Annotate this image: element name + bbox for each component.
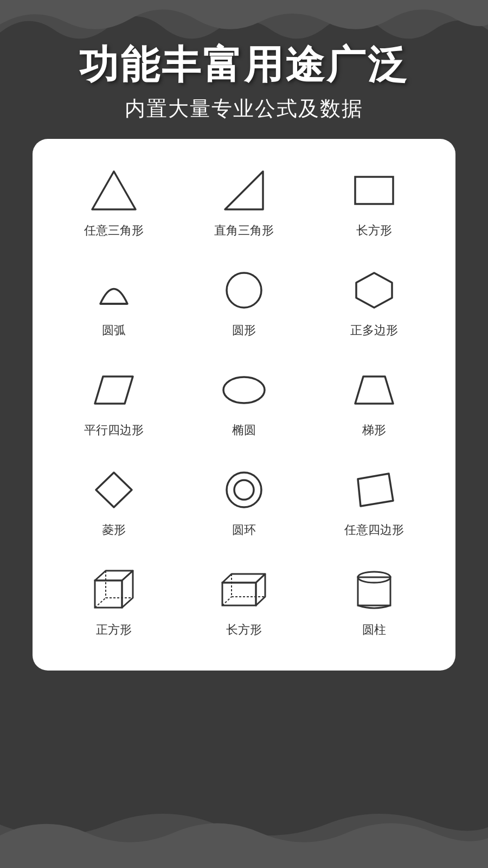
right-triangle-label: 直角三角形 (214, 222, 274, 239)
svg-marker-9 (96, 473, 132, 507)
shape-item-cuboid: 长方形 (179, 549, 309, 649)
shape-item-arc: 圆弧 (49, 250, 179, 349)
cube-icon (87, 565, 141, 614)
cube-label: 正方形 (96, 622, 132, 638)
bottom-clouds (0, 781, 488, 868)
svg-point-7 (223, 377, 265, 403)
rhombus-icon (87, 465, 141, 514)
shape-item-parallelogram: 平行四边形 (49, 349, 179, 449)
arc-icon (87, 266, 141, 315)
trapezoid-icon (347, 366, 401, 414)
circle-icon (217, 266, 271, 315)
ellipse-label: 椭圆 (232, 422, 256, 438)
shapes-card: 任意三角形 直角三角形 长方形 (33, 139, 455, 671)
title-main: 功能丰富用途广泛 (0, 43, 488, 86)
circle-label: 圆形 (232, 322, 256, 339)
svg-rect-19 (222, 583, 256, 605)
svg-marker-1 (225, 171, 263, 209)
rhombus-label: 菱形 (102, 522, 126, 538)
hexagon-label: 正多边形 (350, 322, 398, 339)
shapes-grid: 任意三角形 直角三角形 长方形 (49, 150, 439, 649)
svg-point-4 (227, 273, 261, 308)
triangle-icon (87, 166, 141, 215)
svg-marker-20 (222, 574, 265, 583)
shape-item-rhombus: 菱形 (49, 449, 179, 549)
arc-label: 圆弧 (102, 322, 126, 339)
rectangle-icon (347, 166, 401, 215)
ellipse-icon (217, 366, 271, 414)
shape-item-rectangle: 长方形 (309, 150, 439, 250)
hexagon-icon (347, 266, 401, 315)
shape-item-triangle: 任意三角形 (49, 150, 179, 250)
parallelogram-label: 平行四边形 (84, 422, 144, 438)
right-triangle-icon (217, 166, 271, 215)
svg-marker-0 (92, 171, 136, 209)
svg-marker-5 (356, 273, 392, 308)
svg-marker-12 (358, 474, 393, 506)
shape-item-right-triangle: 直角三角形 (179, 150, 309, 250)
svg-line-16 (95, 598, 106, 608)
svg-marker-8 (355, 376, 393, 404)
annulus-icon (217, 465, 271, 514)
shape-item-trapezoid: 梯形 (309, 349, 439, 449)
shape-item-quad: 任意四边形 (309, 449, 439, 549)
shape-item-cube: 正方形 (49, 549, 179, 649)
svg-line-22 (222, 597, 232, 605)
parallelogram-icon (87, 366, 141, 414)
svg-marker-21 (256, 574, 265, 605)
svg-point-10 (227, 473, 261, 507)
svg-marker-6 (95, 376, 133, 404)
svg-marker-15 (122, 571, 133, 608)
rectangle-label: 长方形 (356, 222, 392, 239)
shape-item-hexagon: 正多边形 (309, 250, 439, 349)
shape-item-cylinder: 圆柱 (309, 549, 439, 649)
trapezoid-label: 梯形 (362, 422, 386, 438)
title-sub: 内置大量专业公式及数据 (0, 95, 488, 123)
shape-item-annulus: 圆环 (179, 449, 309, 549)
annulus-label: 圆环 (232, 522, 256, 538)
quad-label: 任意四边形 (344, 522, 404, 538)
cuboid-icon (217, 565, 271, 614)
cylinder-icon (347, 565, 401, 614)
triangle-label: 任意三角形 (84, 222, 144, 239)
header: 功能丰富用途广泛 内置大量专业公式及数据 (0, 0, 488, 139)
shape-item-ellipse: 椭圆 (179, 349, 309, 449)
quad-icon (347, 465, 401, 514)
svg-point-11 (234, 480, 254, 500)
cylinder-label: 圆柱 (362, 622, 386, 638)
cuboid-label: 长方形 (226, 622, 262, 638)
svg-rect-2 (355, 177, 393, 204)
shape-item-circle: 圆形 (179, 250, 309, 349)
